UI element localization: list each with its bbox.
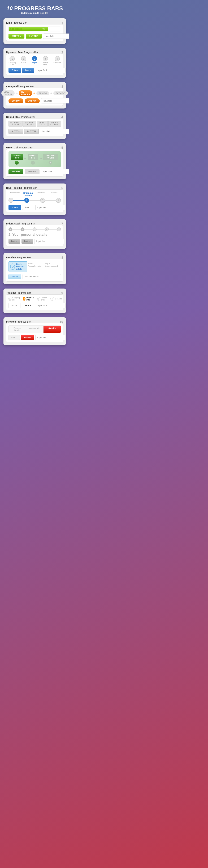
lime-btn2[interactable]: BUTTON (26, 34, 42, 38)
blue-input[interactable] (36, 68, 66, 73)
timeline-labels: Address Info Shipping Options Payment Re… (8, 192, 61, 197)
green-btn2[interactable]: BUTTON (25, 169, 39, 174)
indent-line-3-4 (37, 229, 45, 229)
gcell-box-3: PLACE YOURORDER (43, 154, 58, 160)
timeline-btn-row: Button Button (8, 205, 61, 210)
card-indent-steel: 7 Indent Steel Progress Bar 1 2 3 4 5 2.… (3, 219, 66, 249)
typo-btn2[interactable]: Button (22, 303, 34, 308)
ice-btn1[interactable]: Button (8, 274, 21, 279)
indent-btn2[interactable]: Button (22, 239, 33, 244)
timeline-btn1[interactable]: Button (8, 205, 21, 210)
step-circle-5: 5 (55, 56, 60, 61)
tl-label-4: Review (48, 192, 61, 197)
step-3: 3 Login (32, 56, 37, 64)
typo-num-2: 2 (23, 297, 26, 301)
tl-node-3: 3 (40, 198, 45, 203)
lime-percent: 75% (42, 28, 46, 30)
fire-btn-row: Button Button (8, 335, 61, 340)
timeline-btn2[interactable]: Button (22, 205, 34, 210)
blue-inner: 1 Shopping Cart 2 Check 3 Login 4 Review… (6, 54, 63, 75)
indent-node-1: 1 (8, 227, 12, 231)
indent-input[interactable] (34, 239, 64, 244)
typo-num-1: 1. (8, 297, 11, 301)
step-2: 2 Check (21, 56, 27, 64)
card-lime: 1 Lime Progress Bar PROGRESS 75% BUTTON … (3, 19, 66, 44)
indent-line-1-2 (12, 229, 21, 229)
indent-node-2: 2 (21, 227, 25, 231)
card-title-2: 2 Dpressed Blue Progress Bar (6, 51, 63, 54)
typo-btn1[interactable]: Button (8, 303, 21, 308)
header-title: PROGRESS BARS (14, 5, 63, 11)
card-typoline: 9 Typoline Progress Bar 1. Shipping info… (3, 288, 66, 313)
lime-btn1[interactable]: BUTTON (8, 34, 25, 38)
indent-btn1[interactable]: Button (8, 239, 20, 244)
ice-step-label-1: Personal details (16, 266, 26, 270)
header-num: 10 (6, 5, 13, 11)
tl-label-2: Shipping Options (22, 192, 35, 197)
blue-steps-wrap: 1 Shopping Cart 2 Check 3 Login 4 Review… (8, 56, 61, 66)
indent-subtitle: 2. Your personal details (8, 232, 61, 237)
step-label-1: Shopping Cart (8, 62, 16, 66)
pill-arrow-2: ➔ (33, 92, 35, 95)
steel-btn-row: BUTTON BUTTON (8, 129, 61, 134)
header-subtitle: Buttons & Inputs included (3, 12, 66, 14)
fire-btn2[interactable]: Button (21, 335, 34, 340)
tl-line-3 (45, 200, 56, 201)
step-circle-1: 1 (9, 56, 15, 61)
fire-step-3: Sign Up (43, 326, 61, 333)
fire-btn1[interactable]: Button (8, 335, 20, 340)
indent-line-2-3 (25, 229, 33, 229)
card-fire-red: 10 Fire Red Progress Bar Personal Detail… (3, 317, 66, 345)
ice-icon-1: ⊙ (10, 264, 15, 270)
steel-steps: PERSONAL DETAILS ACCOUNT DETAILS VERIFY … (8, 121, 61, 127)
step-label-4: Review order (42, 62, 48, 66)
blue-btn1[interactable]: Button (8, 68, 21, 73)
tl-node-2: 2 (24, 198, 29, 203)
typo-label-4: Confirm (55, 298, 62, 300)
green-btn1[interactable]: BUTTON (8, 169, 24, 174)
typo-step-3: 3. Review order (37, 297, 48, 301)
steel-input[interactable] (40, 129, 69, 134)
steel-step-4: CREATE ACCOUNT (48, 121, 61, 127)
card-green-cell: 5 Green Cell Progress Bar SHIPPINGINFO 1… (3, 143, 66, 179)
typo-label-2: Payment info (26, 297, 35, 301)
tl-line-2 (29, 200, 40, 201)
steel-btn1[interactable]: BUTTON (8, 129, 23, 134)
tl-node-4: 4 (56, 198, 61, 203)
blue-btn-row: Button Button (8, 68, 61, 73)
gcell-step-1: SHIPPINGINFO 1 (11, 154, 23, 164)
orange-input[interactable] (41, 98, 69, 103)
tl-label-3: Payment (35, 192, 48, 197)
indent-node-3: 3 (33, 227, 37, 231)
ice-step-3: Step 3: Create account (44, 261, 61, 272)
typo-label-1: Shipping info (12, 297, 21, 301)
card-ice-slate: 8 Ice Slate Progress Bar ⊙ Step 1: Perso… (3, 253, 66, 284)
timeline-input[interactable] (35, 205, 65, 210)
pill-step-4: PAYMENT (54, 91, 68, 95)
green-input[interactable] (41, 169, 69, 174)
steel-btn2[interactable]: BUTTON (24, 129, 39, 134)
typo-steps: 1. Shipping info 2 Payment info 3. Revie… (8, 297, 61, 301)
fire-input[interactable] (35, 335, 65, 340)
tl-node-1: 1 (8, 198, 13, 203)
step-label-5: Checkout (54, 62, 61, 64)
gcell-num-3: 3 (48, 161, 53, 164)
card-title-8: 8 Ice Slate Progress Bar (6, 256, 63, 259)
ice-step-num-2: Step 2: (28, 262, 43, 265)
card-number-7: 7 (61, 222, 63, 226)
card-number-1: 1 (61, 21, 63, 25)
lime-input[interactable] (43, 33, 69, 39)
orange-btn2[interactable]: BUTTON (25, 98, 40, 103)
fire-step-2: Account Info (26, 326, 43, 333)
card-number-5: 5 (61, 146, 63, 150)
step-circle-4: 4 (43, 56, 48, 61)
blue-btn2[interactable]: Button (22, 68, 34, 73)
ice-input[interactable] (23, 274, 61, 279)
typo-input[interactable] (36, 303, 66, 308)
indent-inner: 1 2 3 4 5 2. Your personal details Butto… (6, 225, 63, 246)
pill-step-1: VIEW BASKET (1, 90, 14, 96)
indent-bar: 1 2 3 4 5 (8, 227, 61, 231)
orange-btn1[interactable]: BUTTON (8, 98, 24, 103)
page-header: 10 PROGRESS BARS Buttons & Inputs includ… (3, 3, 66, 14)
orange-inner: VIEW BASKET ➔ MY DETAILS ➔ REVIEW ➔ PAYM… (6, 88, 63, 106)
